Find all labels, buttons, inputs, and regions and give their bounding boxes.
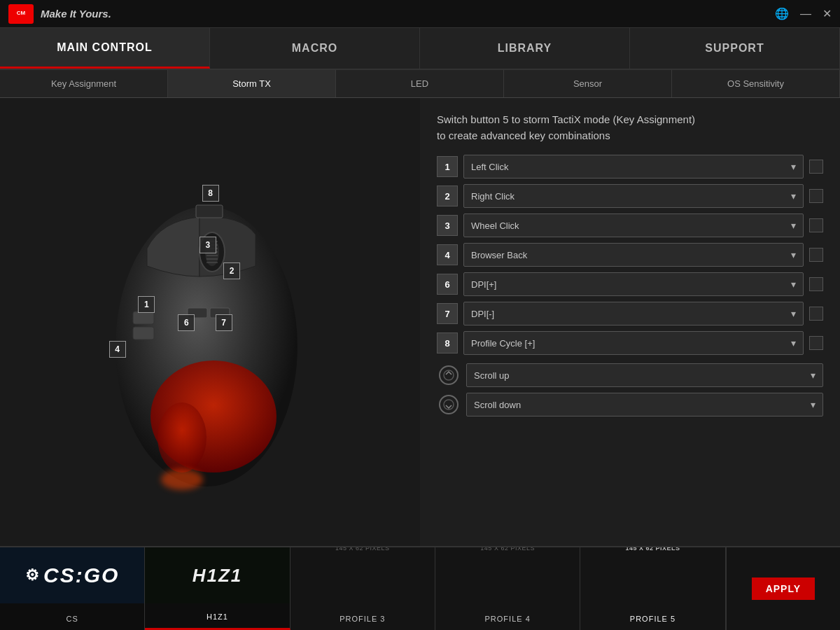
sub-nav: Key Assignment Storm TX LED Sensor OS Se… — [0, 70, 840, 98]
button-number-8: 8 — [437, 332, 458, 354]
profile3-content: RIGHT CLICK 145 x 62 PIXELS — [335, 547, 390, 553]
globe-icon[interactable]: 🌐 — [775, 7, 789, 20]
subtab-key-assignment[interactable]: Key Assignment — [0, 70, 168, 97]
description-text: Switch button 5 to storm TactiX mode (Ke… — [437, 112, 823, 144]
mouse-label-1: 1 — [138, 296, 155, 313]
profile-cs[interactable]: ⚙ CS:GO CS — [0, 547, 145, 630]
svg-rect-11 — [133, 327, 154, 340]
profile-h1z1-label: H1Z1 — [206, 612, 228, 621]
tab-macro[interactable]: MACRO — [210, 28, 420, 69]
scroll-down-label: Scroll down — [474, 400, 521, 410]
profile4-content: RIGHT CLICK 145 x 62 PIXELS — [480, 547, 535, 553]
tab-library[interactable]: LIBRARY — [420, 28, 630, 69]
dropdown-arrow-4: ▾ — [791, 249, 796, 260]
scroll-down-row: Scroll down ▾ — [437, 393, 823, 416]
svg-point-14 — [161, 469, 203, 490]
profile-4[interactable]: RIGHT CLICK 145 x 62 PIXELS PROFILE 4 — [435, 547, 580, 630]
button-row-2: 2 Right Click ▾ — [437, 184, 823, 208]
button-checkbox-1[interactable] — [809, 160, 823, 174]
apply-button[interactable]: APPLY — [752, 578, 815, 600]
button-row-1: 1 Left Click ▾ — [437, 155, 823, 178]
main-nav: MAIN CONTROL MACRO LIBRARY SUPPORT — [0, 28, 840, 70]
profile3-rc-size: 145 x 62 PIXELS — [335, 547, 390, 553]
button-row-8: 8 Profile Cycle [+] ▾ — [437, 331, 823, 355]
mouse-label-4: 4 — [109, 341, 126, 358]
tab-main-control[interactable]: MAIN CONTROL — [0, 28, 210, 69]
h1z1-profile-image: H1Z1 — [145, 547, 289, 603]
dropdown-arrow-1: ▾ — [791, 161, 796, 172]
mouse-label-7: 7 — [216, 314, 232, 331]
title-bar: CM Make It Yours. 🌐 — ✕ — [0, 0, 840, 28]
button-dropdown-2[interactable]: Right Click ▾ — [463, 184, 804, 208]
button-label-1: Left Click — [471, 162, 508, 172]
button-number-2: 2 — [437, 186, 458, 206]
button-row-4: 4 Browser Back ▾ — [437, 243, 823, 267]
right-panel: Switch button 5 to storm TactiX mode (Ke… — [420, 98, 840, 546]
profile-bar: ⚙ CS:GO CS H1Z1 H1Z1 RIGHT CLICK 145 x 6… — [0, 546, 840, 630]
profile5-label: PROFILE 5 — [630, 615, 676, 623]
svg-rect-10 — [133, 312, 154, 324]
mouse-label-2: 2 — [223, 262, 240, 279]
profile-cs-label: CS — [66, 615, 78, 623]
button-label-6: DPI[+] — [471, 279, 497, 290]
button-dropdown-3[interactable]: Wheel Click ▾ — [463, 214, 804, 237]
profile-3[interactable]: RIGHT CLICK 145 x 62 PIXELS PROFILE 3 — [290, 547, 435, 630]
svg-rect-17 — [196, 205, 223, 218]
button-label-3: Wheel Click — [471, 220, 519, 231]
app-title: Make It Yours. — [41, 8, 111, 20]
button-checkbox-7[interactable] — [809, 307, 823, 321]
dropdown-arrow-2: ▾ — [791, 190, 796, 202]
button-dropdown-7[interactable]: DPI[-] ▾ — [463, 302, 804, 326]
button-checkbox-3[interactable] — [809, 218, 823, 232]
button-dropdown-1[interactable]: Left Click ▾ — [463, 155, 804, 178]
subtab-sensor[interactable]: Sensor — [504, 70, 672, 97]
subtab-led[interactable]: LED — [336, 70, 504, 97]
svg-point-13 — [158, 402, 206, 472]
button-label-8: Profile Cycle [+] — [471, 338, 535, 349]
dropdown-arrow-6: ▾ — [791, 279, 796, 290]
button-checkbox-8[interactable] — [809, 336, 823, 350]
button-dropdown-8[interactable]: Profile Cycle [+] ▾ — [463, 331, 804, 355]
button-checkbox-2[interactable] — [809, 189, 823, 203]
button-dropdown-6[interactable]: DPI[+] ▾ — [463, 272, 804, 296]
title-bar-left: CM Make It Yours. — [8, 4, 111, 24]
button-checkbox-4[interactable] — [809, 248, 823, 262]
button-row-7: 7 DPI[-] ▾ — [437, 302, 823, 326]
cs-profile-image: ⚙ CS:GO — [0, 547, 144, 603]
scroll-down-icon — [437, 393, 461, 416]
profile5-content: RIGHT CLICK 145 x 62 PIXELS — [625, 547, 680, 553]
button-dropdown-4[interactable]: Browser Back ▾ — [463, 243, 804, 267]
subtab-os-sensitivity[interactable]: OS Sensitivity — [672, 70, 840, 97]
mouse-diagram: 1 2 3 4 6 7 8 — [77, 136, 343, 507]
mouse-section: 1 2 3 4 6 7 8 — [0, 98, 420, 546]
button-label-7: DPI[-] — [471, 309, 494, 319]
scroll-up-dropdown[interactable]: Scroll up ▾ — [466, 363, 823, 387]
svg-point-18 — [440, 366, 458, 384]
button-row-6: 6 DPI[+] ▾ — [437, 272, 823, 296]
button-number-7: 7 — [437, 303, 458, 324]
button-number-4: 4 — [437, 244, 458, 265]
button-row-3: 3 Wheel Click ▾ — [437, 214, 823, 237]
button-label-4: Browser Back — [471, 250, 527, 260]
app-logo: CM — [8, 4, 34, 24]
profile4-rc-size: 145 x 62 PIXELS — [480, 547, 535, 553]
profile3-label: PROFILE 3 — [340, 615, 385, 623]
svg-point-20 — [440, 396, 458, 414]
button-number-3: 3 — [437, 215, 458, 236]
close-button[interactable]: ✕ — [822, 7, 832, 20]
profile-h1z1[interactable]: H1Z1 H1Z1 — [145, 547, 290, 630]
scroll-down-arrow: ▾ — [811, 399, 816, 410]
content-area: 1 2 3 4 6 7 8 Switch button 5 to storm T… — [0, 98, 840, 546]
tab-support[interactable]: SUPPORT — [630, 28, 840, 69]
scroll-down-dropdown[interactable]: Scroll down ▾ — [466, 393, 823, 416]
subtab-storm-tx[interactable]: Storm TX — [168, 70, 336, 97]
scroll-up-icon — [437, 363, 461, 387]
button-number-6: 6 — [437, 274, 458, 295]
title-bar-right: 🌐 — ✕ — [775, 7, 832, 20]
dropdown-arrow-3: ▾ — [791, 220, 796, 231]
profile-5[interactable]: RIGHT CLICK 145 x 62 PIXELS PROFILE 5 — [580, 547, 725, 630]
scroll-up-arrow: ▾ — [811, 370, 816, 381]
mouse-label-3: 3 — [200, 237, 216, 253]
button-checkbox-6[interactable] — [809, 277, 823, 291]
minimize-button[interactable]: — — [800, 8, 811, 20]
